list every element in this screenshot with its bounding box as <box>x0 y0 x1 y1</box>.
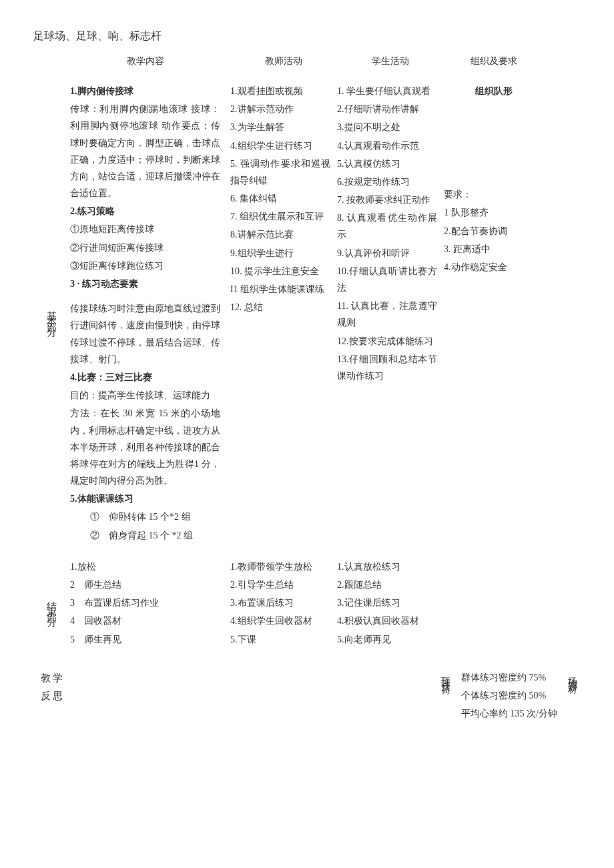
load-3: 平均心率约 135 次/分钟 <box>461 705 557 722</box>
end-student-cell: 1.认真放松练习 2.跟随总结 3.记住课后练习 4.积极认真回收器材 5.向老… <box>337 558 444 649</box>
content-p2c: ③短距离传球跑位练习 <box>70 258 220 274</box>
end-c4: 4 回收器材 <box>70 612 220 629</box>
content-h5: 5.体能课课练习 <box>70 490 220 507</box>
end-s2: 2.跟随总结 <box>337 576 437 593</box>
teacher-7: 7. 组织优生展示和互评 <box>230 208 330 225</box>
reflect-content <box>70 669 438 724</box>
student-11: 11. 认真比赛，注意遵守规则 <box>337 298 437 331</box>
student-1: 1. 学生要仔细认真观看 <box>337 83 437 99</box>
student-10: 10.仔细认真听讲比赛方法 <box>337 263 437 296</box>
main-org-cell: 组织队形 要求： 1 队形整齐 2.配合节奏协调 3. 距离适中 4.动作稳定安… <box>444 83 544 545</box>
end-t4: 4.组织学生回收器材 <box>230 612 330 629</box>
student-4: 4.认真观看动作示范 <box>337 137 437 154</box>
end-section-row: 结束部分 1.放松 2 师生总结 3 布置课后练习作业 4 回收器材 5 师生再… <box>33 552 581 656</box>
content-p2a: ①原地短距离传接球 <box>70 221 220 238</box>
end-s3: 3.记住课后练习 <box>337 594 437 611</box>
load-label: 预计负荷 <box>438 669 461 680</box>
teacher-2: 2.讲解示范动作 <box>230 101 330 117</box>
student-8: 8. 认真观看优生动作展示 <box>337 209 437 243</box>
end-s5: 5.向老师再见 <box>337 631 437 648</box>
student-13: 13.仔细回顾和总结本节课动作练习 <box>337 351 437 384</box>
content-p5a: ① 仰卧转体 15 个*2 组 <box>70 508 220 525</box>
content-h3: 3 · 练习动态要素 <box>70 276 220 292</box>
header-org: 组织及要求 <box>444 53 544 69</box>
main-section-row: 基本部分 1.脚内侧传接球 传球：利用脚内侧踢地滚球 接球：利用脚内侧停地滚球 … <box>33 76 581 552</box>
reflect-label-2: 反 思 <box>33 687 70 705</box>
main-content-cell: 1.脚内侧传接球 传球：利用脚内侧踢地滚球 接球：利用脚内侧停地滚球 动作要点：… <box>70 83 230 545</box>
venue-label: 场地器材 <box>557 669 581 680</box>
end-c2: 2 师生总结 <box>70 576 220 593</box>
header-teacher: 教师活动 <box>230 53 337 69</box>
end-content-cell: 1.放松 2 师生总结 3 布置课后练习作业 4 回收器材 5 师生再见 <box>70 558 230 649</box>
teacher-5: 5. 强调动作要求和巡视指导纠错 <box>230 155 330 189</box>
end-org-cell <box>444 558 544 649</box>
teacher-4: 4.组织学生进行练习 <box>230 137 330 154</box>
student-3: 3.提问不明之处 <box>337 119 437 135</box>
student-5: 5.认真模仿练习 <box>337 155 437 172</box>
teacher-12: 12. 总结 <box>230 299 330 316</box>
load-2: 个体练习密度约 50% <box>461 687 557 704</box>
content-p3: 传接球练习时注意由原地直线过渡到行进间斜传，速度由慢到快，由停球传球过渡不停球，… <box>70 300 220 368</box>
main-section-label: 基本部分 <box>33 83 70 545</box>
org-r4: 4.动作稳定安全 <box>444 259 544 276</box>
teacher-11: I1 组织学生体能课课练 <box>230 281 330 298</box>
load-content: 群体练习密度约 75% 个体练习密度约 50% 平均心率约 135 次/分钟 <box>461 669 557 724</box>
teacher-10: 10. 提示学生注意安全 <box>230 263 330 280</box>
student-9: 9.认真评价和听评 <box>337 245 437 262</box>
content-p2b: ②行进间短距离传接球 <box>70 240 220 256</box>
end-teacher-cell: 1.教师带领学生放松 2.引导学生总结 3.布置课后练习 4.组织学生回收器材 … <box>230 558 337 649</box>
lesson-table: 教学内容 教师活动 学生活动 组织及要求 基本部分 1.脚内侧传接球 传球：利用… <box>33 53 581 724</box>
student-6: 6.按规定动作练习 <box>337 173 437 190</box>
reflect-label: 教 学 反 思 <box>33 669 70 724</box>
end-section-label: 结束部分 <box>33 558 70 649</box>
top-header: 足球场、足球、响、标志杆 <box>33 27 581 46</box>
org-r2: 2.配合节奏协调 <box>444 223 544 240</box>
end-s1: 1.认真放松练习 <box>337 558 437 575</box>
content-h1: 1.脚内侧传接球 <box>70 83 220 99</box>
teacher-9: 9.组织学生进行 <box>230 245 330 262</box>
teacher-6: 6. 集体纠错 <box>230 190 330 207</box>
load-section: 预计负荷 群体练习密度约 75% 个体练习密度约 50% 平均心率约 135 次… <box>438 669 581 724</box>
end-c5: 5 师生再见 <box>70 631 220 648</box>
org-requirements: 要求： 1 队形整齐 2.配合节奏协调 3. 距离适中 4.动作稳定安全 <box>444 186 544 276</box>
teacher-8: 8.讲解示范比赛 <box>230 226 330 243</box>
content-p4a: 目的：提高学生传接球、运球能力 <box>70 387 220 404</box>
content-h4: 4.比赛：三对三比赛 <box>70 369 220 386</box>
content-p4b: 方法：在长 30 米宽 15 米的小场地内，利用标志杆确定中线，进攻方从本半场开… <box>70 405 220 489</box>
bottom-row: 教 学 反 思 预计负荷 群体练习密度约 75% 个体练习密度约 50% 平均心… <box>33 656 581 724</box>
content-p1: 传球：利用脚内侧踢地滚球 接球：利用脚内侧停地滚球 动作要点：传球时要确定方向，… <box>70 101 220 201</box>
header-section <box>33 53 70 69</box>
org-title: 组织队形 <box>444 83 544 99</box>
org-r3: 3. 距离适中 <box>444 241 544 258</box>
reflect-label-1: 教 学 <box>33 669 70 687</box>
table-header-row: 教学内容 教师活动 学生活动 组织及要求 <box>33 53 581 76</box>
main-student-cell: 1. 学生要仔细认真观看 2.仔细听讲动作讲解 3.提问不明之处 4.认真观看动… <box>337 83 444 545</box>
end-t2: 2.引导学生总结 <box>230 576 330 593</box>
end-t3: 3.布置课后练习 <box>230 594 330 611</box>
main-teacher-cell: 1.观看挂图或视频 2.讲解示范动作 3.为学生解答 4.组织学生进行练习 5.… <box>230 83 337 545</box>
student-7: 7. 按教师要求纠正动作 <box>337 191 437 208</box>
end-c3: 3 布置课后练习作业 <box>70 594 220 611</box>
end-c1: 1.放松 <box>70 558 220 575</box>
teacher-3: 3.为学生解答 <box>230 119 330 135</box>
end-s4: 4.积极认真回收器材 <box>337 612 437 629</box>
org-req-label: 要求： <box>444 186 544 203</box>
end-t1: 1.教师带领学生放松 <box>230 558 330 575</box>
org-r1: 1 队形整齐 <box>444 204 544 221</box>
student-2: 2.仔细听讲动作讲解 <box>337 101 437 117</box>
content-h2: 2.练习策略 <box>70 203 220 220</box>
student-12: 12.按要求完成体能练习 <box>337 333 437 350</box>
header-content: 教学内容 <box>70 53 230 69</box>
end-t5: 5.下课 <box>230 631 330 648</box>
load-1: 群体练习密度约 75% <box>461 669 557 686</box>
content-p5b: ② 俯身背起 15 个 *2 组 <box>70 527 220 544</box>
teacher-1: 1.观看挂图或视频 <box>230 83 330 99</box>
header-student: 学生活动 <box>337 53 444 69</box>
